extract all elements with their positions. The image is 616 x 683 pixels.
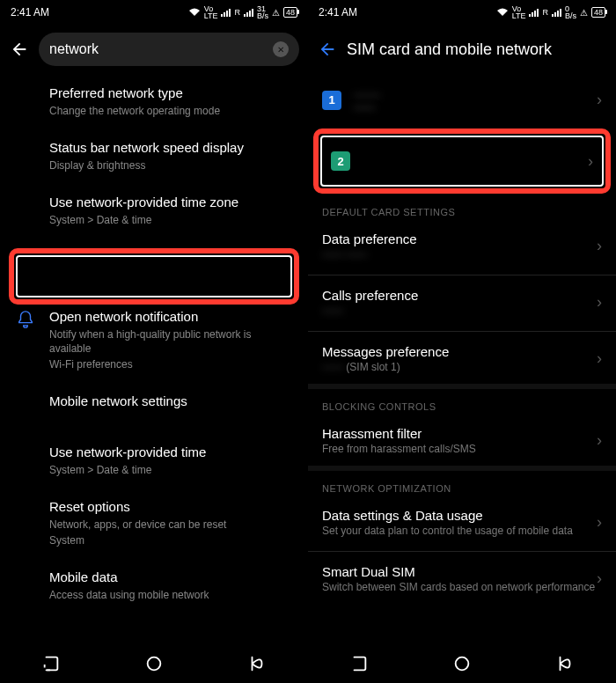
divider (308, 275, 616, 275)
chevron-right-icon: › (597, 513, 602, 532)
header: ✕ (0, 25, 308, 74)
sim2-badge-icon: 2 (331, 151, 350, 171)
result-mobile-data[interactable]: Mobile data Access data using mobile net… (0, 558, 308, 613)
divider (308, 551, 616, 552)
result-statusbar-speed[interactable]: Status bar network speed display Display… (0, 129, 308, 183)
chevron-right-icon: › (597, 431, 602, 450)
pref-data[interactable]: Data preference —— —— › (308, 223, 616, 271)
pref-messages[interactable]: Messages preference —— (SIM slot 1) › (308, 335, 616, 384)
search-field[interactable]: ✕ (39, 33, 299, 66)
back-arrow-icon (318, 40, 337, 59)
section-default-card: DEFAULT CARD SETTINGS (308, 195, 616, 223)
nav-bar (0, 644, 308, 683)
sim1-badge-icon: 1 (322, 91, 341, 110)
back-button[interactable] (317, 39, 338, 60)
chevron-right-icon: › (597, 237, 602, 255)
pref-smart-dual-sim[interactable]: Smart Dual SIM Switch between SIM cards … (308, 555, 616, 604)
chevron-right-icon: › (597, 91, 602, 109)
roaming-icon: R (542, 9, 548, 16)
chevron-right-icon: › (597, 349, 602, 368)
phone-screen-right: 2:41 AM VoLTE R 0B/s ⚠ 48 SIM card and m… (308, 0, 616, 683)
section-netopt: NETWORK OPTIMIZATION (308, 471, 616, 499)
wifi-icon (496, 8, 509, 17)
result-network-time[interactable]: Use network-provided time System > Date … (0, 433, 308, 488)
highlight-sim-card-mobile-network[interactable]: SIM card and mobile network SIM card and… (9, 248, 299, 305)
result-open-network-notification[interactable]: Open network notification Notify when a … (0, 297, 308, 382)
result-network-timezone[interactable]: Use network-provided time zone System > … (0, 183, 308, 238)
svg-point-1 (148, 657, 161, 671)
signal-bars-icon (552, 8, 561, 17)
close-icon: ✕ (277, 45, 284, 55)
signal-bars-icon (244, 8, 253, 17)
data-speed-icon: 31B/s (257, 5, 268, 19)
back-arrow-icon (10, 40, 29, 59)
divider (308, 331, 616, 332)
back-button[interactable] (9, 39, 30, 60)
result-reset-options[interactable]: Reset options Network, apps, or device c… (0, 488, 308, 558)
header: SIM card and mobile network (308, 25, 616, 74)
recents-button[interactable] (41, 654, 61, 673)
status-bar: 2:41 AM VoLTE R 31B/s ⚠ 48 (0, 0, 308, 25)
back-nav-button[interactable] (247, 654, 267, 673)
phone-screen-left: 2:41 AM VoLTE R 31B/s ⚠ 48 ✕ Preferred n… (0, 0, 308, 683)
warning-icon: ⚠ (580, 8, 588, 18)
signal-bars-icon (529, 8, 539, 17)
highlight-sim-slot-2[interactable]: 2 vodafone UK vodafone UK › (313, 129, 611, 194)
bell-icon (16, 310, 35, 329)
roaming-icon: R (234, 9, 240, 16)
home-button[interactable] (144, 654, 164, 673)
pref-data-usage[interactable]: Data settings & Data usage Set your data… (308, 499, 616, 547)
chevron-right-icon: › (597, 293, 602, 312)
back-nav-button[interactable] (555, 654, 575, 673)
battery-icon: 48 (591, 7, 605, 18)
chevron-right-icon: › (597, 569, 602, 588)
svg-point-2 (456, 657, 469, 671)
wifi-icon (188, 8, 201, 17)
volte-icon: VoLTE (204, 5, 218, 19)
pref-harassment[interactable]: Harassment filter Free from harassment c… (308, 417, 616, 466)
clock: 2:41 AM (319, 6, 357, 18)
sim-slot-1[interactable]: 1 —— —— › (308, 74, 616, 126)
search-input[interactable] (49, 41, 273, 57)
battery-icon: 48 (283, 7, 297, 18)
signal-bars-icon (221, 8, 231, 17)
status-bar: 2:41 AM VoLTE R 0B/s ⚠ 48 (308, 0, 616, 25)
section-blocking: BLOCKING CONTROLS (308, 389, 616, 417)
data-speed-icon: 0B/s (565, 5, 576, 19)
result-preferred-network[interactable]: Preferred network type Change the networ… (0, 74, 308, 129)
clock: 2:41 AM (11, 6, 49, 18)
recents-button[interactable] (349, 654, 369, 673)
chevron-right-icon: › (588, 152, 593, 171)
svg-rect-0 (45, 657, 58, 671)
home-button[interactable] (452, 654, 472, 673)
warning-icon: ⚠ (272, 8, 280, 18)
nav-bar (308, 644, 616, 683)
page-title: SIM card and mobile network (347, 40, 552, 59)
pref-calls[interactable]: Calls preference —— › (308, 279, 616, 327)
result-mobile-network-settings[interactable]: Mobile network settings (0, 382, 308, 421)
clear-search-button[interactable]: ✕ (273, 41, 289, 57)
volte-icon: VoLTE (512, 5, 526, 19)
